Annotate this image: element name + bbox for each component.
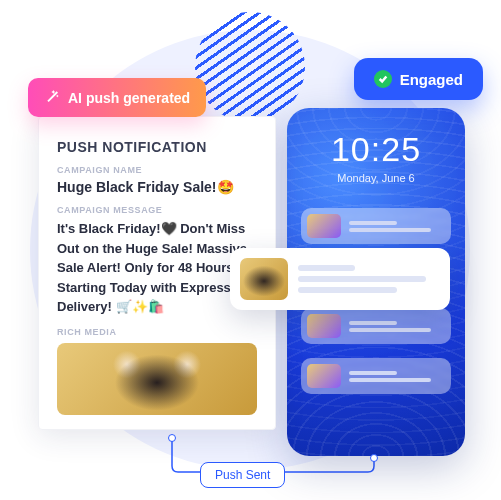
- popout-notification-card: [230, 248, 450, 310]
- notification-text-placeholder: [349, 218, 445, 235]
- magic-wand-icon: [44, 88, 60, 107]
- card-text-placeholder: [298, 260, 440, 298]
- panel-title: PUSH NOTIFICATION: [57, 139, 257, 155]
- notification-thumb: [307, 214, 341, 238]
- campaign-message: It's Black Friday!🖤 Don't Miss Out on th…: [57, 219, 257, 317]
- notification-thumb: [307, 314, 341, 338]
- notification-text-placeholder: [349, 318, 445, 335]
- lock-screen-time: 10:25: [287, 130, 465, 169]
- engaged-label: Engaged: [400, 71, 463, 88]
- campaign-name: Huge Black Friday Sale!🤩: [57, 179, 257, 195]
- notification-text-placeholder: [349, 368, 445, 385]
- rich-media-label: RICH MEDIA: [57, 327, 257, 337]
- card-thumbnail: [240, 258, 288, 300]
- notification-item: [301, 358, 451, 394]
- connector-node: [168, 434, 176, 442]
- rich-media-thumbnail: [57, 343, 257, 415]
- notification-item: [301, 208, 451, 244]
- campaign-message-label: CAMPAIGN MESSAGE: [57, 205, 257, 215]
- ai-generated-badge: AI push generated: [28, 78, 206, 117]
- lock-screen-date: Monday, June 6: [287, 172, 465, 184]
- notification-item: [301, 308, 451, 344]
- connector-node: [370, 454, 378, 462]
- campaign-name-label: CAMPAIGN NAME: [57, 165, 257, 175]
- engaged-badge: Engaged: [354, 58, 483, 100]
- push-sent-label: Push Sent: [200, 462, 285, 488]
- notification-thumb: [307, 364, 341, 388]
- ai-badge-label: AI push generated: [68, 90, 190, 106]
- checkmark-icon: [374, 70, 392, 88]
